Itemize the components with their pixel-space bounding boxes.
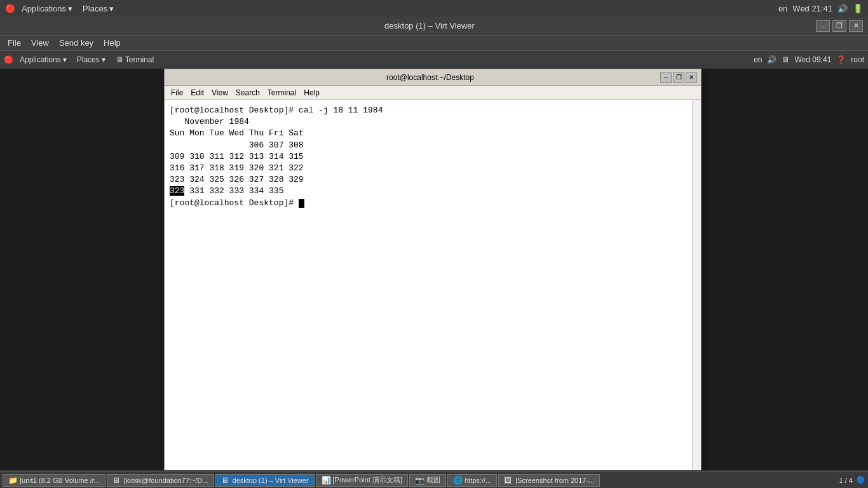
screenshot2-icon: 🖼 [504,476,513,485]
terminal-controls: – ❐ ✕ [660,72,697,83]
guest-user: root [851,55,864,64]
virt-viewer-close-btn[interactable]: ✕ [849,20,863,32]
kiosk-label: [kiosk@foundation77:~/D... [124,477,208,484]
browser-label: https://... [465,477,491,484]
guest-places-chevron: ▾ [102,55,105,64]
terminal-line-7: 323 331 332 333 334 335 [170,186,687,197]
guest-places-label: Places [77,55,100,64]
term-menu-terminal[interactable]: Terminal [264,87,300,98]
outer-taskbar-item-virt[interactable]: 🖥 desktop (1) – Virt Viewer [215,474,315,487]
ppt-label: [PowerPoint 演示文稿] [333,475,402,485]
guest-app-chevron: ▾ [63,55,67,64]
term-menu-view[interactable]: View [208,87,232,98]
outer-taskbar: 📁 [unit1 (8.2 GB Volume /r... 🖥 [kiosk@f… [0,471,868,488]
vv-menu-view[interactable]: View [26,37,54,49]
virt-viewer-controls: – ❐ ✕ [816,20,863,32]
outer-taskbar-item-screenshot2[interactable]: 🖼 [Screenshot from 2017-... [498,474,600,487]
terminal-window: root@localhost:~/Desktop – ❐ ✕ File Edit… [164,69,702,488]
guest-display-icon: 🖥 [782,55,789,64]
vv-menu-file[interactable]: File [3,37,26,49]
guest-terminal-icon: 🖥 [116,55,123,64]
terminal-cursor [299,199,304,208]
applications-chevron: ▾ [68,4,72,13]
guest-desktop: 🔴 Applications ▾ Places ▾ 🖥 Terminal en … [0,51,868,488]
guest-time: Wed 09:41 [794,55,831,64]
guest-panel-left: 🔴 Applications ▾ Places ▾ 🖥 Terminal [4,54,158,65]
virt-viewer-minimize-btn[interactable]: – [816,20,830,32]
terminal-line-4: 309 310 311 312 313 314 315 [170,151,687,163]
unit1-label: [unit1 (8.2 GB Volume /r... [20,477,100,484]
guest-terminal-btn[interactable]: 🖥 Terminal [112,54,158,65]
top-lang: en [778,4,787,13]
screenshot-label: 截图 [426,475,440,485]
term-menu-search[interactable]: Search [232,87,264,98]
terminal-line-6: 323 324 325 326 327 328 329 [170,174,687,186]
terminal-minimize-btn[interactable]: – [660,72,672,83]
virt-viewer-titlebar: desktop (1) – Virt Viewer – ❐ ✕ [0,17,868,36]
guest-top-panel: 🔴 Applications ▾ Places ▾ 🖥 Terminal en … [0,51,868,69]
guest-speaker-icon: 🔊 [767,55,776,64]
top-speaker-icon: 🔊 [837,4,848,13]
top-applications-menu[interactable]: Applications ▾ [18,3,76,15]
outer-taskbar-item-ppt[interactable]: 📊 [PowerPoint 演示文稿] [316,474,408,487]
guest-distro-icon: 🔴 [4,55,13,64]
outer-pager-icon: 🔵 [857,476,865,484]
terminal-line-1: November 1984 [170,116,687,128]
applications-label: Applications [22,4,66,13]
virt-viewer-menubar: File View Send key Help [0,36,868,51]
ppt-icon: 📊 [322,476,330,485]
guest-applications-menu[interactable]: Applications ▾ [16,54,71,65]
terminal-body: [root@localhost Desktop]# cal -j 18 11 1… [165,100,701,488]
top-bar-left: 🔴 Applications ▾ Places ▾ [5,3,118,15]
guest-lang: en [754,55,762,64]
terminal-titlebar: root@localhost:~/Desktop – ❐ ✕ [165,69,701,86]
outer-taskbar-item-screenshot[interactable]: 📷 截图 [409,474,446,487]
terminal-menubar: File Edit View Search Terminal Help [165,86,701,100]
terminal-maximize-btn[interactable]: ❐ [673,72,684,83]
guest-applications-label: Applications [20,55,61,64]
terminal-line-9: [root@localhost Desktop]# [170,198,687,209]
outer-taskbar-item-browser[interactable]: 🌐 https://... [447,474,497,487]
top-bar-right: en Wed 21:41 🔊 🔋 [778,4,863,13]
outer-taskbar-item-unit1[interactable]: 📁 [unit1 (8.2 GB Volume /r... [3,474,105,487]
terminal-title: root@localhost:~/Desktop [200,73,660,82]
top-system-bar: 🔴 Applications ▾ Places ▾ en Wed 21:41 🔊… [0,0,868,17]
virt-taskbar-label: desktop (1) – Virt Viewer [233,477,309,484]
top-bar-distro-icon: 🔴 [5,4,15,13]
virt-viewer-window: desktop (1) – Virt Viewer – ❐ ✕ File Vie… [0,17,868,488]
guest-terminal-label: Terminal [125,55,154,64]
browser-icon: 🌐 [453,476,462,485]
terminal-close-btn[interactable]: ✕ [686,72,697,83]
terminal-line-5: 316 317 318 319 320 321 322 [170,163,687,174]
term-menu-help[interactable]: Help [300,87,323,98]
term-menu-edit[interactable]: Edit [187,87,208,98]
virt-viewer-title: desktop (1) – Virt Viewer [43,21,816,30]
outer-taskbar-item-kiosk[interactable]: 🖥 [kiosk@foundation77:~/D... [107,474,214,487]
terminal-line-3: 306 307 308 [170,140,687,151]
screenshot2-label: [Screenshot from 2017-... [515,477,594,484]
vv-menu-sendkey[interactable]: Send key [54,37,98,49]
terminal-line-2: Sun Mon Tue Wed Thu Fri Sat [170,128,687,139]
outer-taskbar-right: 1 / 4 🔵 [839,476,865,484]
outer-pager-text: 1 / 4 [839,477,853,484]
vv-menu-help[interactable]: Help [98,37,126,49]
terminal-scrollbar[interactable] [692,100,701,488]
guest-panel-right: en 🔊 🖥 Wed 09:41 ❓ root [754,55,864,64]
kiosk-icon: 🖥 [112,476,121,485]
unit1-icon: 📁 [8,476,17,485]
terminal-line-0: [root@localhost Desktop]# cal -j 18 11 1… [170,105,687,116]
guest-places-menu[interactable]: Places ▾ [73,54,109,65]
virt-viewer-maximize-btn[interactable]: ❐ [832,20,846,32]
top-places-menu[interactable]: Places ▾ [79,3,118,15]
top-battery-icon: 🔋 [853,4,863,13]
screenshot-icon: 📷 [415,476,424,485]
top-time: Wed 21:41 [792,4,832,13]
virt-taskbar-icon: 🖥 [221,476,230,485]
guest-help-icon: ❓ [836,55,846,64]
terminal-content[interactable]: [root@localhost Desktop]# cal -j 18 11 1… [165,100,692,488]
highlighted-day: 323 [170,186,184,196]
term-menu-file[interactable]: File [167,87,187,98]
